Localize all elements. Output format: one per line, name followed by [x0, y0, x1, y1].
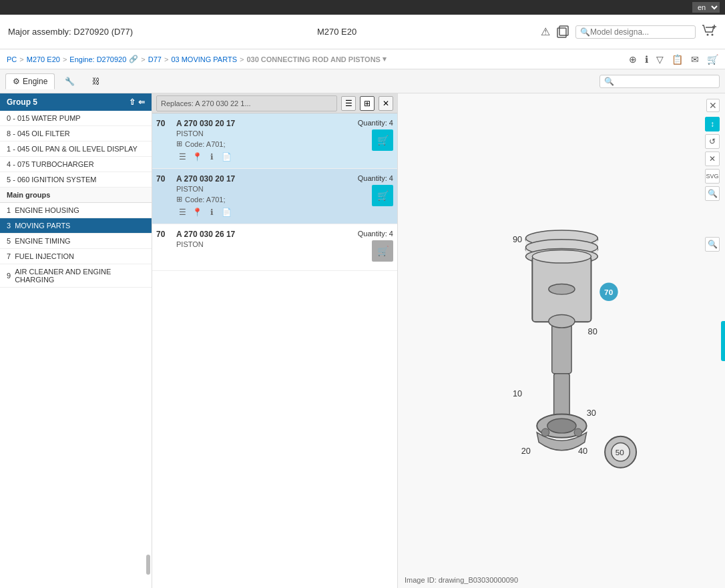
collapse-icon[interactable]: ⇧: [129, 97, 136, 107]
svg-tool-btn[interactable]: SVG: [705, 169, 720, 184]
svg-point-2: [707, 34, 709, 36]
svg-point-14: [532, 250, 591, 263]
part-qty-1: Quantity: 4 🛒: [340, 119, 393, 151]
engine-link-icon[interactable]: 🔗: [129, 55, 138, 63]
breadcrumb-current: 030 CONNECTING ROD AND PISTONS ▾: [246, 55, 386, 63]
part-action-icons-2: ☰ 📍 ℹ 📄: [176, 206, 336, 218]
part-qty-2: Quantity: 4 🛒: [340, 174, 393, 206]
zoom-out-tool-btn[interactable]: 🔍: [705, 237, 720, 252]
svg-point-3: [712, 34, 714, 36]
wrench-tab-icon: 🔧: [65, 77, 75, 86]
diagram-close-btn[interactable]: ✕: [706, 99, 720, 112]
tab-search-input[interactable]: [614, 77, 714, 86]
tab-engine[interactable]: ⚙ Engine: [5, 73, 55, 89]
zoom-tool-btn[interactable]: 🔍: [705, 186, 720, 201]
tab-wrench[interactable]: 🔧: [57, 73, 82, 89]
cart-nav-icon[interactable]: 🛒: [707, 54, 718, 65]
svg-text:50: 50: [616, 448, 625, 457]
grid-view-btn[interactable]: ⊞: [360, 96, 375, 111]
parts-list: 70 A 270 030 20 17 PISTON ⊞ Code: A701; …: [152, 113, 397, 588]
sidebar-item-engine-housing[interactable]: 1 ENGINE HOUSING: [0, 203, 152, 218]
part-notes-icon-2[interactable]: ☰: [176, 206, 188, 218]
part-name-3: PISTON: [176, 240, 336, 248]
email-icon[interactable]: ✉: [691, 54, 699, 65]
filter-icon[interactable]: ▽: [656, 54, 664, 65]
part-pos-1: 70: [156, 119, 172, 128]
part-doc-icon-1[interactable]: 📄: [220, 151, 232, 163]
pan-tool-btn[interactable]: ↕: [705, 117, 720, 131]
svg-rect-1: [559, 26, 568, 35]
x-tool-btn[interactable]: ✕: [705, 152, 720, 166]
part-pos-2: 70: [156, 174, 172, 184]
breadcrumb-m270[interactable]: M270 E20: [27, 55, 60, 63]
zoom-in-icon[interactable]: ⊕: [629, 54, 637, 65]
sidebar-item-turbocharger[interactable]: 4 - 075 TURBOCHARGER: [0, 157, 152, 172]
dropdown-icon[interactable]: ▾: [383, 55, 387, 63]
info-icon[interactable]: ℹ: [645, 54, 648, 65]
part-article-2: A 270 030 20 17: [176, 174, 336, 184]
part-details-1: A 270 030 20 17 PISTON ⊞ Code: A701; ☰ 📍…: [176, 119, 336, 163]
sidebar-item-engine-timing[interactable]: 5 ENGINE TIMING: [0, 234, 152, 249]
alert-icon[interactable]: ⚠: [541, 25, 550, 38]
sidebar-item-water-pump[interactable]: 0 - 015 WATER PUMP: [0, 111, 152, 126]
grid-icon-2: ⊞: [176, 195, 182, 204]
part-name-2: PISTON: [176, 185, 336, 193]
svg-text:80: 80: [588, 326, 597, 336]
part-action-icons-1: ☰ 📍 ℹ 📄: [176, 151, 336, 163]
part-notes-icon-1[interactable]: ☰: [176, 151, 188, 163]
clipboard-icon[interactable]: 📋: [672, 54, 683, 65]
list-view-btn[interactable]: ☰: [341, 96, 356, 111]
cart-wrapper[interactable]: [701, 23, 717, 40]
diagram-panel: ✕ ↕ ↺ ✕ SVG 🔍 🔍 90: [398, 93, 725, 588]
collapse-all-icon[interactable]: ⇐: [138, 97, 145, 107]
part-info-icon-2[interactable]: ℹ: [206, 206, 218, 218]
engine-tab-icon: ⚙: [13, 77, 20, 86]
sidebar: Group 5 ⇧ ⇐ 0 - 015 WATER PUMP 8 - 045 O…: [0, 93, 152, 588]
header-icons: ⚠ 🔍: [541, 23, 717, 40]
add-to-cart-btn-2[interactable]: 🛒: [372, 185, 393, 206]
sidebar-item-ignition[interactable]: 5 - 060 IGNITION SYSTEM: [0, 172, 152, 188]
tab-search-icon: 🔍: [604, 77, 614, 86]
sidebar-item-fuel-injection[interactable]: 7 FUEL INJECTION: [0, 249, 152, 264]
tab-chain[interactable]: ⛓: [85, 73, 107, 89]
rotate-tool-btn[interactable]: ↺: [705, 134, 720, 149]
model-search-input[interactable]: [590, 27, 684, 37]
sidebar-item-oil-pan[interactable]: 1 - 045 OIL PAN & OIL LEVEL DISPLAY: [0, 141, 152, 157]
tab-bar: ⚙ Engine 🔧 ⛓ 🔍: [0, 69, 725, 93]
close-panel-btn[interactable]: ✕: [379, 96, 393, 111]
copy-icon[interactable]: [555, 25, 570, 39]
svg-point-15: [549, 284, 575, 294]
breadcrumb-moving-parts[interactable]: 03 MOVING PARTS: [171, 55, 237, 63]
part-doc-icon-2[interactable]: 📄: [220, 206, 232, 218]
breadcrumb-sep-5: >: [240, 55, 244, 63]
sidebar-section-main-groups: Main groups: [0, 188, 152, 203]
tab-search[interactable]: 🔍: [599, 75, 720, 88]
svg-point-32: [541, 428, 549, 436]
model-search-bar[interactable]: 🔍: [575, 25, 696, 39]
chain-tab-icon: ⛓: [92, 77, 100, 86]
breadcrumb-engine[interactable]: Engine: D270920: [69, 55, 126, 63]
breadcrumb-sep-4: >: [164, 55, 168, 63]
breadcrumb-d77[interactable]: D77: [148, 55, 162, 63]
svg-text:90: 90: [513, 234, 522, 244]
add-to-cart-btn-1[interactable]: 🛒: [372, 129, 393, 151]
grid-icon-1: ⊞: [176, 139, 182, 148]
add-to-cart-btn-3[interactable]: 🛒: [372, 240, 393, 262]
breadcrumb-pc[interactable]: PC: [7, 55, 17, 63]
breadcrumb-bar: PC > M270 E20 > Engine: D270920 🔗 > D77 …: [0, 49, 725, 69]
main-area: Group 5 ⇧ ⇐ 0 - 015 WATER PUMP 8 - 045 O…: [0, 93, 725, 588]
sidebar-item-air-cleaner[interactable]: 9 AIR CLEANER AND ENGINE CHARGING: [0, 264, 152, 288]
breadcrumb-sep-1: >: [19, 55, 23, 63]
part-article-1: A 270 030 20 17: [176, 119, 336, 128]
part-row-1: 70 A 270 030 20 17 PISTON ⊞ Code: A701; …: [152, 113, 397, 169]
svg-text:40: 40: [578, 446, 587, 456]
part-info-icon-1[interactable]: ℹ: [206, 151, 218, 163]
language-selector[interactable]: en de fr: [692, 2, 720, 13]
part-row-2: 70 A 270 030 20 17 PISTON ⊞ Code: A701; …: [152, 169, 397, 224]
sidebar-item-moving-parts[interactable]: 3 MOVING PARTS: [0, 218, 152, 234]
sidebar-item-oil-filter[interactable]: 8 - 045 OIL FILTER: [0, 126, 152, 141]
part-pin-icon-2[interactable]: 📍: [191, 206, 203, 218]
breadcrumb-sep-2: >: [63, 55, 67, 63]
part-name-1: PISTON: [176, 129, 336, 137]
part-pin-icon-1[interactable]: 📍: [191, 151, 203, 163]
